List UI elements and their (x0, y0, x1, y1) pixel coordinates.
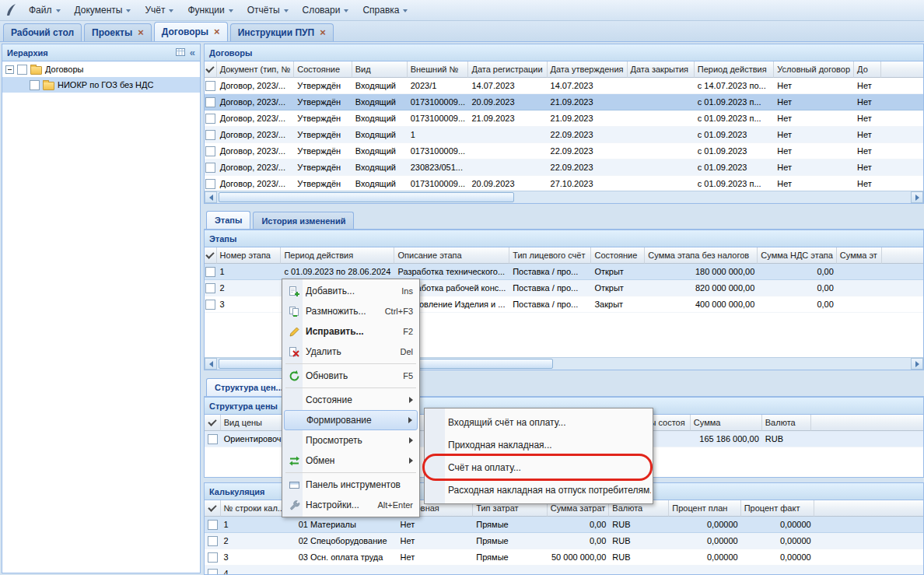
row-checkbox[interactable] (205, 130, 215, 140)
column-header[interactable]: Сумма НДС этапа (758, 247, 837, 264)
scroll-right-icon[interactable] (911, 191, 923, 203)
grid-row[interactable]: Договор, 2023/...УтверждёнВходящий017310… (205, 143, 923, 160)
scrollbar-thumb[interactable] (219, 192, 514, 202)
context-menu-item[interactable]: Обмен (284, 451, 418, 471)
main-tab[interactable]: Рабочий стол (3, 23, 82, 41)
row-checkbox[interactable] (208, 552, 218, 563)
context-menu-item[interactable]: Размножить...Ctrl+F3 (284, 301, 418, 321)
scroll-left-icon[interactable] (205, 191, 217, 203)
row-checkbox[interactable] (208, 569, 218, 574)
column-header[interactable]: Период действия (281, 247, 394, 264)
column-header[interactable]: Описание этапа (394, 247, 509, 264)
grid-row[interactable]: Договор, 2023/...УтверждёнВходящий122.09… (205, 127, 923, 143)
column-header[interactable]: Дата утверждения (548, 61, 628, 78)
column-header[interactable]: Номер этапа (217, 247, 282, 264)
price-structure-tab[interactable]: Структура цен... (206, 378, 292, 396)
row-checkbox[interactable] (205, 97, 215, 107)
column-header[interactable]: Валюта (762, 415, 812, 431)
column-header[interactable]: Состояние (591, 247, 645, 264)
submenu-item[interactable]: Расходная накладная на отпуск потребител… (426, 479, 651, 501)
tab-close-icon[interactable]: × (214, 28, 220, 36)
scroll-left-icon[interactable] (205, 358, 217, 370)
column-header[interactable]: Период действия (695, 61, 774, 78)
context-menu-item[interactable]: Настройки...Alt+Enter (284, 495, 418, 515)
tree-checkbox[interactable] (30, 80, 40, 90)
submenu-item[interactable]: Входящий счёт на оплату... (426, 411, 651, 433)
column-header[interactable]: Внешний № (408, 61, 469, 78)
grid-row[interactable]: 101 МатериалыНетПрямые0,00RUB0,000000,00… (205, 517, 923, 533)
menubar-item[interactable]: Словари (296, 2, 356, 19)
menubar-item[interactable]: Отчёты (240, 2, 296, 19)
main-tab[interactable]: Инструкции ПУП× (230, 23, 334, 41)
column-header[interactable]: Процент план (669, 500, 740, 517)
row-checkbox[interactable] (208, 536, 218, 546)
stages-tab[interactable]: Этапы (206, 211, 250, 229)
context-menu-item[interactable]: Исправить...F2 (284, 321, 418, 342)
column-header[interactable]: Состояние (294, 61, 352, 78)
row-checkbox[interactable] (205, 283, 215, 293)
context-menu-item[interactable]: Просмотреть (284, 430, 418, 451)
context-menu-item[interactable]: Состояние (284, 390, 418, 410)
row-checkbox[interactable] (205, 163, 215, 173)
column-header[interactable]: Сумма этапа без налогов (645, 247, 758, 264)
context-menu-item[interactable]: УдалитьDel (284, 342, 418, 362)
column-header[interactable]: Условный договор (774, 61, 854, 78)
row-checkbox[interactable] (205, 146, 215, 156)
contracts-hscrollbar[interactable] (205, 191, 923, 203)
column-header[interactable]: Сумма эт (837, 247, 882, 264)
grid-row[interactable]: Договор, 2023/...УтверждёнВходящий230823… (205, 160, 923, 176)
context-menu-item[interactable]: ОбновитьF5 (284, 366, 418, 386)
select-all-column[interactable] (205, 415, 221, 431)
tree-node[interactable]: НИОКР по ГОЗ без НДС (2, 77, 200, 93)
column-header[interactable]: Процент факт (741, 500, 814, 517)
row-checkbox[interactable] (205, 300, 215, 310)
row-checkbox[interactable] (205, 179, 215, 189)
menubar-item[interactable]: Учёт (138, 2, 180, 19)
grid-row[interactable]: 4 (205, 566, 923, 574)
row-checkbox[interactable] (205, 267, 215, 277)
column-header[interactable]: Вид (352, 61, 408, 78)
select-all-column[interactable] (205, 247, 217, 264)
columns-icon[interactable] (176, 47, 185, 58)
column-header[interactable]: Дата закрытия (628, 61, 695, 78)
grid-row[interactable]: 1с 01.09.2023 по 28.06.2024Разработка те… (205, 264, 923, 280)
grid-row[interactable]: Договор, 2023/...УтверждёнВходящий017310… (205, 110, 923, 127)
collapse-panel-icon[interactable]: « (190, 47, 195, 58)
column-header[interactable]: Дата регистрации (468, 61, 547, 78)
column-header[interactable]: Сумма (691, 415, 762, 431)
context-menu-item[interactable]: Формирование (284, 410, 418, 430)
grid-row[interactable]: Договор, 2023/...УтверждёнВходящий017310… (205, 176, 923, 191)
main-tab[interactable]: Договоры× (154, 22, 228, 41)
grid-row[interactable]: 303 Осн. оплата трудаНетПрямые50 000 000… (205, 549, 923, 566)
select-all-column[interactable] (205, 61, 217, 78)
row-checkbox[interactable] (208, 520, 218, 530)
tree-collapse-icon[interactable] (5, 65, 14, 74)
main-tab[interactable]: Проекты× (84, 23, 152, 41)
menubar-item[interactable]: Функции (180, 2, 240, 19)
stages-tab[interactable]: История изменений (253, 212, 354, 229)
row-checkbox[interactable] (205, 81, 215, 91)
grid-row[interactable]: Договор, 2023/...УтверждёнВходящий2023/1… (205, 78, 923, 94)
submenu-item[interactable]: Счёт на оплату... (426, 456, 651, 479)
grid-cell: 22.09.2023 (548, 143, 628, 160)
row-checkbox[interactable] (208, 434, 218, 444)
column-header[interactable]: До (854, 61, 881, 78)
grid-row[interactable]: Договор, 2023/...УтверждёнВходящий017310… (205, 94, 923, 110)
tree-checkbox[interactable] (17, 65, 27, 75)
context-menu-item[interactable]: Панель инструментов (284, 475, 418, 495)
tab-close-icon[interactable]: × (138, 29, 144, 37)
grid-row[interactable]: 202 СпецоборудованиеНетПрямые0,00RUB0,00… (205, 533, 923, 549)
column-header[interactable]: Тип лицевого счёт (509, 247, 591, 264)
select-all-column[interactable] (205, 500, 221, 517)
tree-node[interactable]: Договоры (2, 61, 200, 77)
row-checkbox[interactable] (205, 114, 215, 124)
menubar-item[interactable]: Файл (22, 2, 68, 19)
scroll-right-icon[interactable] (911, 358, 923, 370)
submenu-item[interactable]: Приходная накладная... (426, 433, 651, 456)
tab-close-icon[interactable]: × (320, 29, 326, 37)
menubar-item[interactable]: Справка (355, 2, 415, 19)
column-header[interactable]: Документ (тип, № (217, 61, 295, 78)
menubar-item[interactable]: Документы (68, 2, 138, 19)
row-filler (882, 264, 923, 280)
context-menu-item[interactable]: Добавить...Ins (284, 281, 418, 301)
